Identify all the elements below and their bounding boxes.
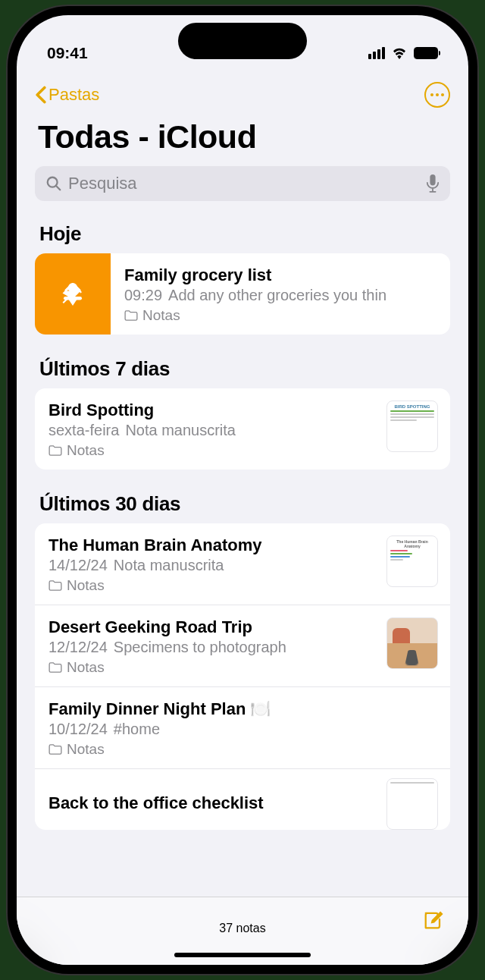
note-folder: Notas: [48, 577, 373, 594]
svg-point-0: [430, 93, 433, 96]
thumb-title: BIRD SPOTTING: [390, 404, 434, 409]
ellipsis-icon: [430, 93, 444, 96]
folder-icon: [48, 662, 62, 673]
compose-icon: [421, 908, 446, 932]
note-folder: Notas: [48, 659, 373, 676]
note-thumbnail: BIRD SPOTTING: [386, 400, 438, 452]
note-row[interactable]: Family Dinner Night Plan 🍽️ 10/12/24#hom…: [35, 686, 450, 768]
note-body: Desert Geeking Road Trip 12/12/24Specime…: [35, 605, 386, 686]
folder-label: Notas: [67, 442, 105, 459]
back-button[interactable]: Pastas: [35, 85, 99, 105]
note-thumbnail: [386, 617, 438, 669]
note-preview: Add any other groceries you thin: [168, 287, 386, 303]
cellular-icon: [368, 47, 385, 59]
note-date: 10/12/24: [48, 721, 108, 737]
section-header-last7: Últimos 7 dias: [35, 348, 450, 388]
section-card-last7: Bird Spotting sexta-feiraNota manuscrita…: [35, 388, 450, 470]
search-icon: [45, 175, 62, 192]
page-title: Todas - iCloud: [17, 111, 468, 166]
screen: 09:41 Pastas Todas - iCloud: [17, 15, 468, 965]
thumb-title: The Human Brain Anatomy: [390, 539, 434, 548]
note-meta: sexta-feiraNota manuscrita: [48, 422, 373, 439]
section-card-today: Family grocery list 09:29Add any other g…: [35, 253, 450, 335]
note-thumbnail: The Human Brain Anatomy: [386, 536, 438, 587]
note-preview: #home: [114, 721, 160, 737]
folder-icon: [124, 310, 138, 321]
note-folder: Notas: [124, 307, 436, 324]
wifi-icon: [391, 47, 408, 59]
folder-label: Notas: [67, 577, 105, 594]
note-title: Desert Geeking Road Trip: [48, 617, 373, 637]
note-title: Back to the office checklist: [48, 781, 373, 813]
folder-icon: [48, 580, 62, 591]
more-button[interactable]: [424, 82, 450, 108]
battery-icon: [414, 47, 438, 59]
note-body: Family Dinner Night Plan 🍽️ 10/12/24#hom…: [35, 687, 450, 768]
note-row[interactable]: Family grocery list 09:29Add any other g…: [35, 253, 450, 335]
note-meta: 10/12/24#home: [48, 721, 436, 738]
note-body: Family grocery list 09:29Add any other g…: [111, 253, 450, 335]
note-title: Family Dinner Night Plan 🍽️: [48, 699, 436, 719]
section-card-last30: The Human Brain Anatomy 14/12/24Nota man…: [35, 523, 450, 830]
back-label: Pastas: [48, 85, 99, 105]
folder-label: Notas: [67, 741, 105, 758]
home-indicator[interactable]: [174, 953, 311, 957]
folder-label: Notas: [67, 659, 105, 676]
bottom-toolbar: 37 notas: [17, 897, 468, 965]
note-date: 12/12/24: [48, 639, 108, 655]
svg-rect-5: [430, 174, 435, 185]
note-row[interactable]: The Human Brain Anatomy 14/12/24Nota man…: [35, 523, 450, 605]
svg-point-1: [436, 93, 439, 96]
note-date: 09:29: [124, 287, 162, 303]
mic-icon[interactable]: [426, 174, 440, 193]
note-title: Family grocery list: [124, 265, 436, 285]
note-folder: Notas: [48, 442, 373, 459]
note-title: The Human Brain Anatomy: [48, 536, 373, 555]
note-title: Bird Spotting: [48, 400, 373, 420]
note-count: 37 notas: [219, 922, 265, 935]
note-row[interactable]: Desert Geeking Road Trip 12/12/24Specime…: [35, 605, 450, 686]
note-meta: 12/12/24Specimens to photograph: [48, 639, 373, 656]
pin-indicator: [35, 253, 111, 335]
search-input[interactable]: [68, 174, 420, 193]
note-folder: Notas: [48, 741, 436, 758]
nav-bar: Pastas: [17, 76, 468, 111]
section-header-today: Hoje: [35, 213, 450, 253]
status-time: 09:41: [47, 44, 88, 62]
svg-rect-9: [64, 297, 82, 300]
note-meta: 09:29Add any other groceries you thin: [124, 287, 436, 304]
note-body: Back to the office checklist: [35, 769, 386, 830]
note-body: Bird Spotting sexta-feiraNota manuscrita…: [35, 388, 386, 470]
search-bar[interactable]: [35, 166, 450, 201]
folder-label: Notas: [142, 307, 180, 324]
folder-icon: [48, 445, 62, 456]
note-preview: Nota manuscrita: [114, 557, 224, 573]
note-preview: Nota manuscrita: [125, 422, 236, 438]
note-body: The Human Brain Anatomy 14/12/24Nota man…: [35, 523, 386, 605]
compose-button[interactable]: [421, 908, 446, 935]
dynamic-island: [178, 23, 307, 59]
phone-frame: 09:41 Pastas Todas - iCloud: [8, 6, 477, 974]
status-right: [368, 47, 438, 59]
note-row[interactable]: Bird Spotting sexta-feiraNota manuscrita…: [35, 388, 450, 470]
pin-icon: [59, 281, 86, 308]
svg-point-2: [441, 93, 444, 96]
note-row[interactable]: Back to the office checklist: [35, 768, 450, 830]
chevron-left-icon: [35, 86, 47, 104]
svg-line-4: [56, 186, 61, 190]
notes-list[interactable]: Hoje Family grocery list 09:29Add any ot…: [17, 213, 468, 897]
note-date: 14/12/24: [48, 557, 108, 573]
note-date: sexta-feira: [48, 422, 119, 438]
folder-icon: [48, 744, 62, 755]
note-meta: 14/12/24Nota manuscrita: [48, 557, 373, 574]
note-thumbnail: [386, 778, 438, 830]
section-header-last30: Últimos 30 dias: [35, 483, 450, 523]
note-preview: Specimens to photograph: [114, 639, 286, 655]
